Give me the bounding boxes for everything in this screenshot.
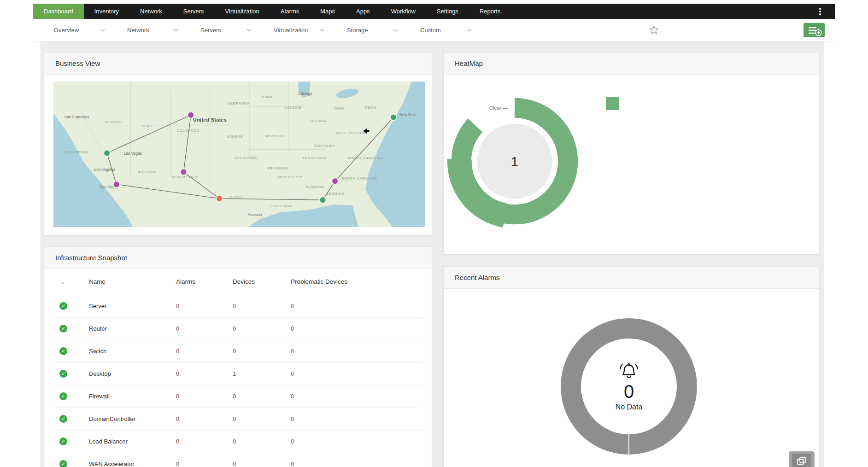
map-state-label: ILLINOIS	[284, 105, 301, 110]
table-row[interactable]: ✓Load Balancer000	[55, 430, 422, 453]
map-device-node[interactable]	[320, 197, 326, 203]
map-state-label: MISSOURI	[264, 134, 285, 138]
map-device-node[interactable]	[181, 169, 187, 175]
infrastructure-table: ▲ Name Alarms Devices Problematic Device…	[55, 269, 422, 467]
table-row[interactable]: ✓Router000	[55, 317, 422, 340]
status-ok-icon: ✓	[59, 438, 67, 445]
map-state-label: SOUTH CAROLINA	[341, 176, 377, 181]
favorite-button[interactable]	[649, 25, 659, 36]
heatmap-legend-swatch[interactable]	[606, 97, 619, 110]
business-view-map[interactable]: IOWANEBRASKAILLINOISOHIOPENNINDIANANEVAD…	[53, 82, 425, 227]
map-state-label: NEBRASKA	[228, 101, 250, 105]
left-column: Business View	[44, 52, 432, 467]
more-menu-button[interactable]	[819, 4, 835, 19]
topnav-item-maps[interactable]: Maps	[310, 4, 346, 19]
topnav-item-alarms[interactable]: Alarms	[270, 4, 310, 19]
map-state-label: IOWA	[262, 95, 272, 99]
map-city-label: New York	[399, 112, 416, 117]
chevron-down-icon	[467, 27, 471, 32]
heatmap-segment-label[interactable]: Clear	[481, 105, 508, 111]
map-state-label: ARIZONA	[138, 170, 156, 174]
app-window: DashboardInventoryNetworkServersVirtuali…	[33, 4, 835, 467]
widget-stack-button[interactable]	[789, 451, 815, 467]
subnav-tab-servers[interactable]: Servers	[200, 27, 274, 34]
topnav-item-servers[interactable]: Servers	[173, 4, 215, 19]
mouse-cursor	[362, 128, 370, 136]
heatmap-donut-chart[interactable]: 1	[445, 91, 585, 231]
map-state-label: PENN	[365, 105, 376, 110]
map-device-node[interactable]	[390, 114, 397, 121]
topnav-item-workflow[interactable]: Workflow	[381, 4, 426, 19]
map-state-label: ALABAMA	[305, 185, 324, 189]
status-ok-icon: ✓	[59, 370, 67, 378]
map-state-label: COLORADO	[176, 128, 199, 133]
map-device-node[interactable]	[113, 181, 120, 187]
chevron-down-icon	[247, 27, 252, 32]
map-device-node[interactable]	[104, 150, 110, 157]
topnav-item-virtualization[interactable]: Virtualization	[215, 4, 270, 19]
table-row[interactable]: ✓Firewall000	[55, 385, 422, 408]
map-state-label: KENTUCKY	[314, 144, 336, 148]
dashboard-subnav: OverviewNetworkServersVirtualizationStor…	[33, 19, 835, 41]
subnav-tab-overview[interactable]: Overview	[54, 27, 127, 34]
recent-alarms-empty-text: No Data	[616, 403, 643, 411]
add-dashboard-button[interactable]	[803, 23, 825, 37]
card-title: Recent Alarms	[444, 267, 819, 289]
subnav-tab-virtualization[interactable]: Virtualization	[274, 27, 347, 34]
status-ok-icon: ✓	[59, 325, 67, 333]
heatmap-center-value: 1	[511, 154, 518, 169]
subnav-tab-custom[interactable]: Custom	[420, 27, 493, 34]
topnav-item-settings[interactable]: Settings	[426, 4, 469, 19]
map-state-label: CALIFORNIA	[64, 150, 88, 154]
topnav-item-apps[interactable]: Apps	[346, 4, 381, 19]
subnav-tab-storage[interactable]: Storage	[347, 27, 420, 34]
business-view-card: Business View	[44, 52, 432, 235]
alarm-bell-icon	[618, 362, 640, 381]
map-state-label: NEW MEXICO	[172, 175, 198, 179]
table-row[interactable]: ✓WAN Accelerator000	[55, 453, 422, 467]
map-device-node[interactable]	[188, 112, 194, 118]
add-dashboard-icon	[805, 24, 823, 36]
map-state-label: TEXAS	[229, 195, 242, 199]
left-arrow-cursor-icon	[362, 128, 370, 134]
map-device-node[interactable]	[332, 178, 338, 184]
col-alarms[interactable]: Alarms	[176, 269, 233, 295]
col-devices[interactable]: Devices	[233, 269, 291, 295]
sort-asc-icon[interactable]: ▲	[55, 280, 65, 285]
callout-line	[503, 108, 508, 109]
map-city-label: San Francisco	[65, 115, 89, 119]
table-header-row: ▲ Name Alarms Devices Problematic Device…	[55, 269, 422, 295]
subnav-tab-network[interactable]: Network	[127, 27, 200, 34]
layers-icon	[796, 456, 807, 466]
map-state-label: NEVADA	[105, 120, 121, 124]
map-country-label: United States	[193, 117, 227, 123]
table-row[interactable]: ✓Desktop010	[55, 362, 422, 385]
map-device-node[interactable]	[216, 195, 223, 202]
top-nav-items: DashboardInventoryNetworkServersVirtuali…	[33, 4, 511, 19]
infrastructure-tbody: ✓Server000✓Router000✓Switch000✓Desktop01…	[55, 295, 422, 467]
map-state-label: INDIANA	[311, 119, 327, 123]
table-row[interactable]: ✓Switch000	[55, 340, 422, 362]
infrastructure-card: Infrastructure Snapshot ▲ Name Alarms De…	[44, 246, 432, 467]
chevron-down-icon	[100, 27, 105, 32]
map-state-label: MISSISSIPPI	[278, 175, 302, 179]
topnav-item-dashboard[interactable]: Dashboard	[33, 4, 84, 19]
topnav-item-reports[interactable]: Reports	[469, 4, 511, 19]
table-row[interactable]: ✓DomainController000	[55, 408, 422, 430]
card-title: Infrastructure Snapshot	[44, 247, 432, 269]
col-problematic[interactable]: Problematic Devices	[291, 269, 422, 295]
card-title: HeatMap	[444, 53, 819, 75]
chevron-down-icon	[174, 27, 178, 32]
dashboard-content: Business View	[41, 41, 824, 467]
table-row[interactable]: ✓Server000	[55, 295, 422, 317]
status-ok-icon: ✓	[59, 302, 67, 310]
col-name[interactable]: Name	[89, 269, 176, 295]
topnav-item-network[interactable]: Network	[129, 4, 173, 19]
map-city-label: Houston	[247, 212, 262, 217]
map-state-label: TENNESSEE	[302, 156, 327, 160]
status-ok-icon: ✓	[59, 347, 67, 355]
map-state-label: UTAH	[142, 124, 152, 128]
screen: DashboardInventoryNetworkServersVirtuali…	[0, 0, 868, 467]
chevron-down-icon	[320, 27, 325, 32]
topnav-item-inventory[interactable]: Inventory	[84, 4, 129, 19]
